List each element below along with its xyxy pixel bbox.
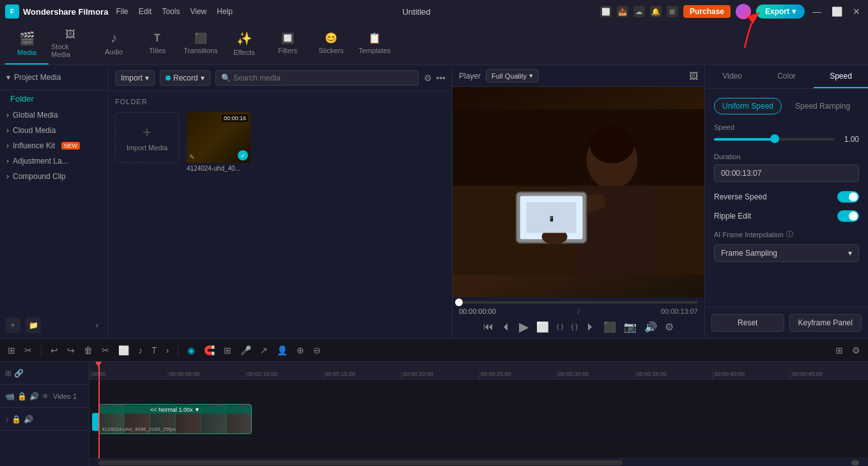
- sidebar-folder[interactable]: Folder: [0, 90, 108, 107]
- avatar[interactable]: [736, 4, 751, 19]
- cloud-icon[interactable]: ☁: [633, 6, 645, 17]
- delete-button[interactable]: 🗑: [81, 343, 95, 357]
- timeline-settings-button[interactable]: ⚙: [849, 343, 863, 357]
- tab-filters[interactable]: 🔲 Filters: [266, 23, 309, 65]
- sidebar-project-header[interactable]: ▾ Project Media: [6, 70, 102, 84]
- more-button[interactable]: ›: [164, 343, 172, 357]
- play-icon[interactable]: ▶: [519, 319, 529, 334]
- menu-edit[interactable]: Edit: [139, 7, 152, 16]
- undo-button[interactable]: ↩: [48, 343, 61, 357]
- timeline-hscroll[interactable]: [89, 458, 868, 466]
- menu-view[interactable]: View: [190, 7, 206, 16]
- track-lock-icon[interactable]: 🔒: [17, 392, 27, 401]
- search-box[interactable]: 🔍: [215, 70, 419, 86]
- reverse-speed-toggle[interactable]: [837, 191, 859, 203]
- reset-button[interactable]: Reset: [711, 314, 784, 332]
- progress-thumb[interactable]: [455, 299, 463, 306]
- more-options-icon[interactable]: •••: [436, 73, 446, 83]
- sidebar-add-btn[interactable]: +: [5, 318, 20, 333]
- purchase-button[interactable]: Purchase: [683, 5, 731, 18]
- audio-volume-icon[interactable]: 🔊: [24, 415, 33, 424]
- text-button[interactable]: T: [149, 343, 160, 357]
- clip-start-handle[interactable]: [92, 413, 100, 431]
- speaker-icon[interactable]: 🔊: [644, 321, 657, 333]
- sidebar-collapse-btn[interactable]: ‹: [91, 320, 103, 331]
- crop-button[interactable]: ⬜: [116, 343, 132, 357]
- settings-preview-icon[interactable]: ⚙: [665, 321, 674, 333]
- mark-in-icon[interactable]: { }: [571, 323, 578, 330]
- speed-ramp-tab[interactable]: Speed Ramping: [787, 98, 858, 114]
- tab-video[interactable]: Video: [705, 65, 759, 88]
- bell-icon[interactable]: 🔔: [650, 6, 662, 17]
- win-close[interactable]: ✕: [850, 6, 863, 17]
- import-media-placeholder[interactable]: + Import Media: [115, 112, 179, 163]
- timeline-trim-tool[interactable]: ✂: [22, 343, 35, 357]
- keyframe-button[interactable]: Keyframe Panel: [789, 314, 862, 332]
- timeline-select-tool[interactable]: ⊞: [5, 343, 18, 357]
- mark-button[interactable]: ⊞: [221, 343, 234, 357]
- frame-sampling-dropdown[interactable]: Frame Sampling ▾: [714, 244, 859, 262]
- quality-dropdown[interactable]: Full Quality ▾: [486, 69, 539, 82]
- person-button[interactable]: 👤: [274, 343, 290, 357]
- record-button[interactable]: Record ▾: [160, 70, 210, 86]
- next-frame-icon[interactable]: ⏵: [585, 321, 596, 332]
- sidebar-item-influence-kit[interactable]: › Influence Kit NEW: [0, 138, 108, 153]
- add-track-button[interactable]: ⊕: [294, 343, 307, 357]
- uniform-speed-tab[interactable]: Uniform Speed: [714, 98, 782, 114]
- track-volume-icon[interactable]: 🔊: [29, 392, 39, 401]
- sidebar-item-global-media[interactable]: › Global Media: [0, 107, 108, 123]
- progress-bar[interactable]: [459, 301, 698, 304]
- media-item[interactable]: 00:00:16 ✎ ✓ 4124024-uhd_40...: [187, 112, 251, 172]
- tab-templates[interactable]: 📋 Templates: [353, 23, 396, 65]
- tab-audio[interactable]: ♪ Audio: [92, 23, 136, 65]
- sidebar-item-adjustment-layer[interactable]: › Adjustment La...: [0, 153, 108, 169]
- step-forward-icon[interactable]: { }: [557, 323, 563, 330]
- video-clip[interactable]: << Normal 1.00x ▼ 4124024-uhd_4096_2160_…: [98, 404, 252, 434]
- redo-button[interactable]: ↪: [65, 343, 77, 357]
- sidebar-item-cloud-media[interactable]: › Cloud Media: [0, 123, 108, 138]
- step-back-icon[interactable]: ⏴: [501, 321, 511, 332]
- speed-thumb[interactable]: [770, 134, 779, 143]
- track-eye-icon[interactable]: 👁: [42, 392, 49, 401]
- menu-help[interactable]: Help: [217, 7, 233, 16]
- sidebar-item-compound-clip[interactable]: › Compound Clip: [0, 169, 108, 184]
- speed-slider[interactable]: [714, 138, 835, 141]
- minimize-icon[interactable]: ⬜: [600, 6, 612, 17]
- audio-button[interactable]: ♪: [136, 343, 145, 357]
- tab-effects[interactable]: ✨ Effects: [222, 23, 266, 65]
- link-track-icon[interactable]: 🔗: [14, 369, 24, 378]
- tab-titles[interactable]: T Titles: [136, 23, 179, 65]
- ai-frame-info-icon[interactable]: ⓘ: [786, 229, 793, 239]
- filter-icon[interactable]: ⚙: [424, 73, 432, 83]
- magnet-button[interactable]: 🧲: [201, 343, 217, 357]
- tab-speed[interactable]: Speed: [814, 65, 868, 88]
- win-minimize[interactable]: —: [810, 6, 824, 17]
- sidebar-folder-btn[interactable]: 📁: [26, 318, 41, 333]
- tab-color[interactable]: Color: [759, 65, 814, 88]
- full-screen-icon[interactable]: ⬛: [603, 321, 616, 333]
- skip-back-icon[interactable]: ⏮: [483, 321, 493, 332]
- tab-media[interactable]: 🎬 Media: [5, 23, 49, 65]
- tab-stickers[interactable]: 😊 Stickers: [309, 23, 353, 65]
- remove-track-button[interactable]: ⊖: [311, 343, 323, 357]
- apps-icon[interactable]: ⊞: [667, 6, 678, 17]
- hscroll-end[interactable]: [851, 460, 859, 465]
- export-button[interactable]: Export ▾: [756, 4, 805, 19]
- menu-file[interactable]: File: [116, 7, 128, 16]
- tab-transitions[interactable]: ⬛ Transitions: [179, 23, 222, 65]
- win-restore[interactable]: ⬜: [829, 6, 845, 17]
- cast-icon[interactable]: 📤: [617, 6, 628, 17]
- add-track-icon[interactable]: ⊞: [5, 369, 12, 378]
- menu-tools[interactable]: Tools: [162, 7, 180, 16]
- camera-icon[interactable]: 📷: [624, 321, 637, 333]
- image-preview-icon[interactable]: 🖼: [689, 71, 698, 81]
- snap-button[interactable]: ◉: [185, 343, 198, 357]
- grid-view-button[interactable]: ⊞: [833, 343, 846, 357]
- hscroll-thumb[interactable]: [98, 460, 623, 465]
- mic-button[interactable]: 🎤: [238, 343, 254, 357]
- ripple-edit-toggle[interactable]: [837, 210, 859, 222]
- stop-icon[interactable]: ⬜: [536, 321, 549, 333]
- import-button[interactable]: Import ▾: [115, 70, 155, 86]
- search-input[interactable]: [233, 74, 414, 82]
- arrow-up-button[interactable]: ↗: [258, 343, 270, 357]
